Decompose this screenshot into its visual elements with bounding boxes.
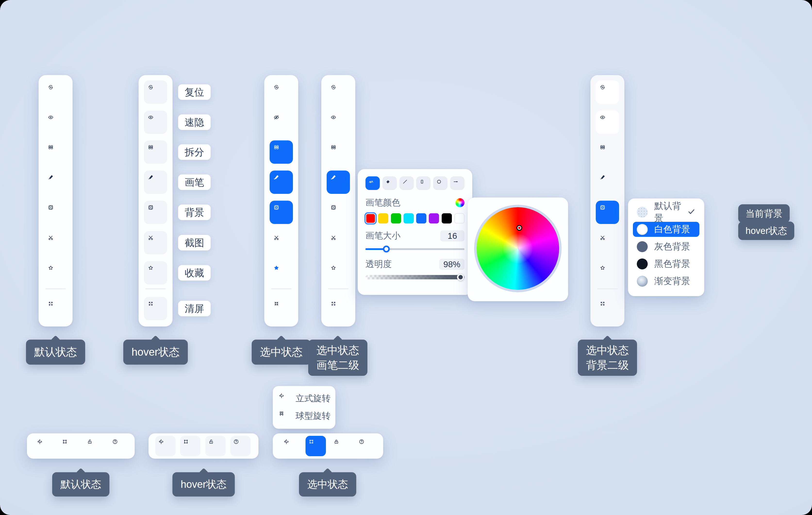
swatch-row bbox=[366, 213, 464, 223]
split-button[interactable] bbox=[596, 140, 619, 164]
vertical-rotate-icon bbox=[37, 439, 52, 453]
eye-off-icon bbox=[273, 114, 289, 130]
screenshot-button[interactable] bbox=[596, 231, 619, 254]
slider-thumb[interactable] bbox=[383, 246, 390, 252]
favorite-button[interactable] bbox=[596, 261, 619, 284]
lock-button-locked[interactable] bbox=[330, 436, 351, 456]
exit-fullscreen-button[interactable] bbox=[270, 297, 293, 320]
scribble-icon bbox=[368, 179, 377, 188]
menu-item-sphere-rotation[interactable]: 球型旋转 bbox=[279, 408, 329, 424]
favorite-button[interactable] bbox=[327, 261, 350, 284]
help-button[interactable] bbox=[356, 436, 376, 456]
side-toolbar-selected bbox=[264, 75, 298, 326]
toolbar-divider bbox=[328, 289, 348, 289]
pen-button[interactable] bbox=[44, 170, 67, 194]
background-button-selected[interactable] bbox=[596, 201, 619, 224]
split-icon bbox=[273, 144, 289, 160]
transform-button[interactable] bbox=[59, 436, 79, 456]
pen-settings-panel: 画笔颜色 画笔大小 16 透明度 98% bbox=[358, 169, 472, 295]
pen-icon bbox=[48, 174, 63, 190]
background-button-selected[interactable] bbox=[270, 201, 293, 224]
swatch-cyan[interactable] bbox=[404, 213, 414, 223]
side-toolbar-pen-secondary bbox=[321, 75, 355, 326]
screenshot-button[interactable] bbox=[144, 231, 167, 254]
bottom-toolbar-hover bbox=[148, 433, 258, 459]
background-button[interactable] bbox=[144, 201, 167, 224]
tool-rectangle[interactable] bbox=[416, 177, 431, 190]
split-button-selected[interactable] bbox=[270, 140, 293, 164]
opacity-track[interactable] bbox=[366, 275, 464, 279]
favorite-button-active[interactable] bbox=[270, 261, 293, 284]
favorite-button[interactable] bbox=[44, 261, 67, 284]
swatch-yellow[interactable] bbox=[378, 213, 388, 223]
screenshot-button[interactable] bbox=[44, 231, 67, 254]
tool-circle[interactable] bbox=[433, 177, 447, 190]
split-button[interactable] bbox=[44, 140, 67, 164]
rotate-mode-button[interactable] bbox=[34, 436, 54, 456]
tool-line[interactable] bbox=[400, 177, 414, 190]
tool-arrow[interactable] bbox=[450, 177, 464, 190]
opacity-value: 98% bbox=[439, 259, 464, 270]
visibility-button[interactable] bbox=[327, 111, 350, 134]
color-picker-handle[interactable] bbox=[516, 225, 522, 231]
grey-bg-swatch-icon bbox=[637, 241, 648, 252]
transform-button-selected[interactable] bbox=[306, 436, 326, 456]
help-button[interactable] bbox=[230, 436, 251, 456]
lock-button[interactable] bbox=[84, 436, 104, 456]
pen-button[interactable] bbox=[144, 170, 167, 194]
reset-button[interactable] bbox=[144, 80, 167, 104]
collapse-icon bbox=[273, 301, 289, 316]
arrow-icon bbox=[453, 179, 462, 188]
menu-item-vertical-rotation[interactable]: 立式旋转 bbox=[279, 391, 329, 406]
pen-button-selected[interactable] bbox=[270, 170, 293, 194]
split-button[interactable] bbox=[144, 140, 167, 164]
screenshot-button[interactable] bbox=[327, 231, 350, 254]
lock-button[interactable] bbox=[205, 436, 226, 456]
split-button[interactable] bbox=[327, 140, 350, 164]
rotate-mode-button[interactable] bbox=[281, 436, 301, 456]
menu-item-white-bg[interactable]: 白色背景 bbox=[633, 222, 699, 237]
background-button[interactable] bbox=[44, 201, 67, 224]
swatch-green[interactable] bbox=[391, 213, 401, 223]
screenshot-button[interactable] bbox=[270, 231, 293, 254]
annotation-pen-secondary: 选中状态 画笔二级 bbox=[308, 340, 368, 376]
menu-item-gradient-bg[interactable]: 渐变背景 bbox=[633, 274, 699, 289]
fullscreen-button[interactable] bbox=[144, 297, 167, 320]
visibility-button[interactable] bbox=[44, 111, 67, 134]
pen-button-selected[interactable] bbox=[327, 170, 350, 194]
visibility-button[interactable] bbox=[596, 111, 619, 134]
reset-button[interactable] bbox=[44, 80, 67, 104]
fullscreen-button[interactable] bbox=[44, 297, 67, 320]
transform-button[interactable] bbox=[180, 436, 200, 456]
opacity-slider[interactable] bbox=[366, 274, 464, 281]
color-wheel-button[interactable] bbox=[456, 198, 464, 207]
opacity-thumb[interactable] bbox=[457, 274, 464, 280]
fullscreen-button[interactable] bbox=[596, 297, 619, 320]
visibility-button[interactable] bbox=[144, 111, 167, 134]
menu-item-grey-bg[interactable]: 灰色背景 bbox=[633, 239, 699, 254]
reset-button[interactable] bbox=[327, 80, 350, 104]
reset-button[interactable] bbox=[270, 80, 293, 104]
swatch-blue[interactable] bbox=[416, 213, 426, 223]
pen-button[interactable] bbox=[596, 170, 619, 194]
pen-size-slider[interactable] bbox=[366, 246, 464, 252]
color-wheel[interactable] bbox=[474, 205, 561, 292]
pen-tool-row bbox=[366, 177, 464, 190]
help-button[interactable] bbox=[109, 436, 129, 456]
fullscreen-button[interactable] bbox=[327, 297, 350, 320]
tooltip-screenshot: 截图 bbox=[178, 235, 211, 250]
swatch-red[interactable] bbox=[366, 213, 376, 223]
swatch-purple[interactable] bbox=[429, 213, 439, 223]
reset-button[interactable] bbox=[596, 80, 619, 104]
swatch-white[interactable] bbox=[454, 213, 464, 223]
transform-frame-icon bbox=[309, 439, 323, 453]
tool-scribble[interactable] bbox=[366, 177, 380, 190]
menu-item-default-bg[interactable]: 默认背景 bbox=[633, 205, 699, 220]
rotate-mode-button[interactable] bbox=[155, 436, 176, 456]
favorite-button[interactable] bbox=[144, 261, 167, 284]
tool-eraser[interactable] bbox=[382, 177, 397, 190]
background-button[interactable] bbox=[327, 201, 350, 224]
visibility-button[interactable] bbox=[270, 111, 293, 134]
swatch-black[interactable] bbox=[442, 213, 452, 223]
menu-item-black-bg[interactable]: 黑色背景 bbox=[633, 256, 699, 271]
